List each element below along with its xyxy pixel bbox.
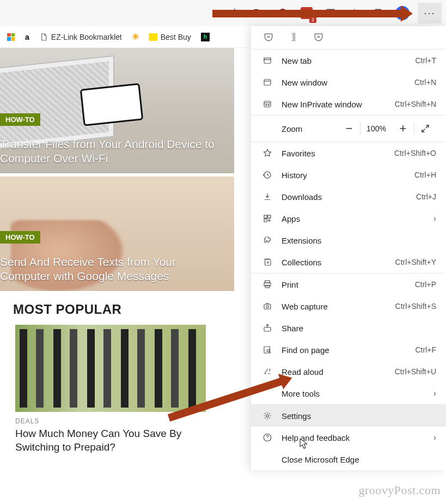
menu-item-shortcut: Ctrl+Shift+N	[395, 100, 436, 108]
menu-item-close-edge[interactable]: Close Microsoft Edge	[251, 448, 446, 470]
zoom-in-button[interactable]: +	[392, 116, 414, 142]
pocket-icon[interactable]	[263, 32, 274, 44]
bookmark-walmart[interactable]: ✳	[132, 32, 139, 42]
menu-item-label: Find on page	[282, 345, 416, 355]
window-icon	[261, 77, 274, 87]
menu-item-shortcut: Ctrl+Shift+U	[395, 367, 436, 376]
menu-item-label: More tools	[282, 389, 433, 398]
zoom-label: Zoom	[282, 124, 338, 133]
read-aloud-icon	[261, 367, 274, 377]
bookmark-ezlink[interactable]: EZ-Link Bookmarklet	[39, 33, 122, 41]
inprivate-icon	[261, 99, 274, 109]
svg-rect-11	[264, 215, 267, 218]
bookmark-hulu[interactable]: h	[201, 33, 210, 41]
menu-item-shortcut: Ctrl+F	[416, 345, 437, 354]
menu-item-label: Read aloud	[282, 367, 395, 377]
article-title: Transfer Files from Your Android Device …	[0, 137, 229, 166]
svg-rect-13	[264, 219, 267, 222]
menu-item-shortcut: Ctrl+Shift+S	[395, 302, 436, 311]
menu-item-shortcut: Ctrl+Shift+Y	[395, 258, 436, 266]
chevron-right-icon: ›	[433, 214, 436, 223]
menu-item-label: Web capture	[282, 302, 395, 311]
menu-item-favorites[interactable]: Favorites Ctrl+Shift+O	[251, 142, 446, 164]
zoom-out-button[interactable]: −	[338, 116, 360, 142]
menu-item-label: Favorites	[282, 149, 394, 158]
article-title: How Much Money Can You Save By Switching…	[15, 427, 206, 454]
menu-item-label: New tab	[282, 56, 416, 65]
article-card[interactable]: HOW-TO Transfer Files from Your Android …	[0, 48, 234, 173]
pocket-icon[interactable]	[313, 32, 324, 44]
menu-item-share[interactable]: Share	[251, 317, 446, 339]
menu-item-label: History	[282, 171, 414, 180]
menu-item-apps[interactable]: Apps ›	[251, 208, 446, 229]
category-tag: HOW-TO	[0, 113, 40, 126]
svg-rect-7	[264, 101, 271, 107]
menu-item-shortcut: Ctrl+Shift+O	[394, 149, 436, 157]
menu-item-find[interactable]: Find on page Ctrl+F	[251, 339, 446, 361]
menu-item-collections[interactable]: Collections Ctrl+Shift+Y	[251, 251, 446, 273]
settings-and-more-menu: New tab Ctrl+T New window Ctrl+N New InP…	[251, 26, 446, 470]
annotation-arrow-top	[212, 10, 403, 17]
menu-item-label: Extensions	[282, 236, 436, 245]
menu-item-label: New window	[282, 78, 414, 87]
menu-item-print[interactable]: Print Ctrl+P	[251, 274, 446, 295]
apps-icon	[261, 214, 274, 223]
menu-item-shortcut: Ctrl+H	[414, 171, 436, 179]
svg-rect-12	[268, 215, 271, 218]
svg-rect-5	[264, 58, 271, 60]
watermark-text: groovyPost.com	[358, 483, 441, 497]
article-title: Send And Receive Texts from Your Compute…	[0, 255, 229, 284]
phone-graphic	[80, 83, 144, 126]
menu-item-new-window[interactable]: New window Ctrl+N	[251, 71, 446, 93]
bookmark-bestbuy[interactable]: Best Buy	[149, 33, 191, 41]
settings-and-more-button[interactable]: ···	[418, 3, 442, 23]
svg-point-23	[266, 415, 269, 417]
menu-item-label: Print	[282, 280, 415, 289]
download-icon	[261, 192, 274, 202]
bookmark-label: Best Buy	[161, 33, 191, 41]
office-icon[interactable]	[288, 32, 299, 44]
category-tag: HOW-TO	[0, 231, 40, 244]
collections-icon	[261, 257, 274, 267]
menu-item-new-tab[interactable]: New tab Ctrl+T	[251, 50, 446, 71]
svg-rect-18	[264, 304, 271, 309]
menu-item-label: Settings	[282, 411, 436, 421]
menu-top-icons	[251, 26, 446, 49]
camera-icon	[261, 301, 274, 311]
most-popular-card[interactable]: DEALS How Much Money Can You Save By Swi…	[15, 325, 206, 454]
menu-item-label: New InPrivate window	[282, 100, 395, 109]
bookmark-label: EZ-Link Bookmarklet	[51, 33, 122, 41]
fullscreen-button[interactable]	[414, 124, 436, 133]
bookmark-microsoft[interactable]	[7, 33, 15, 41]
share-icon	[261, 323, 274, 333]
svg-point-19	[266, 306, 269, 308]
menu-item-label: Close Microsoft Edge	[282, 455, 436, 464]
menu-item-help[interactable]: Help and feedback ›	[251, 427, 446, 448]
svg-rect-6	[264, 80, 271, 86]
menu-item-label: Apps	[282, 214, 433, 223]
print-icon	[261, 280, 274, 289]
new-tab-icon	[261, 56, 274, 65]
menu-item-more-tools[interactable]: More tools ›	[251, 382, 446, 404]
thumbnail-image	[15, 325, 206, 412]
menu-item-shortcut: Ctrl+N	[414, 78, 436, 87]
page-icon	[39, 33, 48, 41]
help-icon	[261, 433, 274, 442]
menu-item-new-inprivate[interactable]: New InPrivate window Ctrl+Shift+N	[251, 93, 446, 115]
menu-item-history[interactable]: History Ctrl+H	[251, 164, 446, 186]
history-icon	[261, 170, 274, 180]
article-card[interactable]: HOW-TO Send And Receive Texts from Your …	[0, 177, 234, 291]
search-icon	[261, 345, 274, 355]
menu-item-downloads[interactable]: Downloads Ctrl+J	[251, 186, 446, 208]
menu-item-web-capture[interactable]: Web capture Ctrl+Shift+S	[251, 295, 446, 317]
menu-item-label: Share	[282, 324, 436, 333]
bookmark-amazon[interactable]: a	[25, 33, 29, 41]
gear-icon	[261, 411, 274, 421]
menu-item-extensions[interactable]: Extensions	[251, 229, 446, 251]
menu-item-label: Downloads	[282, 192, 416, 202]
svg-rect-4	[264, 58, 271, 64]
extensions-icon	[261, 235, 274, 245]
svg-point-8	[266, 104, 267, 105]
menu-item-shortcut: Ctrl+P	[415, 280, 436, 289]
menu-item-settings[interactable]: Settings	[251, 405, 446, 427]
